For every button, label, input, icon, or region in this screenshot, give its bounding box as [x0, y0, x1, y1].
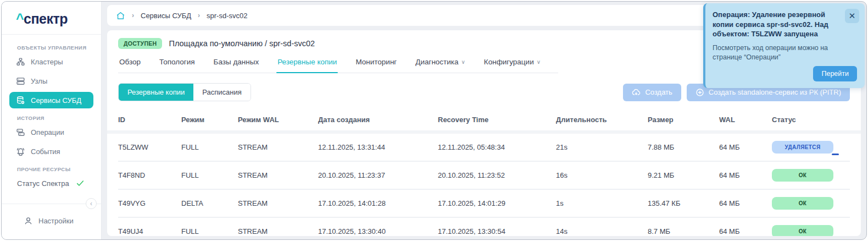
- cell-wal: 64 МБ: [719, 227, 772, 235]
- tab-item[interactable]: Базы данных: [213, 58, 260, 73]
- breadcrumb-item[interactable]: Сервисы СУБД: [141, 12, 191, 20]
- column-header: Размер: [648, 116, 719, 124]
- table-row[interactable]: T5LZWWFULLSTREAM12.11.2025, 13:31:4412.1…: [118, 134, 850, 161]
- logo-wordmark: спектр: [24, 11, 68, 26]
- table-row[interactable]: T4F8NDFULLSTREAM20.10.2025, 11:23:3720.1…: [118, 161, 850, 189]
- cell-size: 135.47 КБ: [648, 199, 719, 207]
- column-header: Длительность: [556, 116, 648, 124]
- cell-mode: FULL: [181, 143, 238, 151]
- breadcrumb-items: ›Сервисы СУБД›spr-sd-svc02: [132, 12, 247, 20]
- cell-duration: 1s: [556, 199, 648, 207]
- logo-caret-icon: ^: [16, 11, 24, 26]
- cell-id: T4F8ND: [118, 171, 181, 179]
- table-row[interactable]: T49VYGDELTASTREAM17.10.2025, 14:01:2817.…: [118, 189, 850, 217]
- sidebar: ^спектр ОБЪЕКТЫ УПРАВЛЕНИЯКластерыУзлыСе…: [2, 2, 102, 239]
- column-header: Режим WAL: [238, 116, 318, 124]
- app-window: ^спектр ОБЪЕКТЫ УПРАВЛЕНИЯКластерыУзлыСе…: [1, 1, 867, 240]
- table-header: IDРежимРежим WALДата созданияRecovery Ti…: [118, 110, 850, 130]
- status-badge: ОК: [772, 169, 833, 182]
- toast-close-button[interactable]: ✕: [845, 9, 859, 23]
- nav-section-label: ПРОЧИЕ РЕСУРСЫ: [17, 166, 91, 172]
- main-area: ›Сервисы СУБД›spr-sd-svc02 ДОСТУПЕН Площ…: [102, 2, 866, 239]
- cell-duration: 21s: [556, 143, 648, 151]
- column-header: Статус: [772, 116, 850, 124]
- cell-duration: 16s: [556, 171, 648, 179]
- close-icon: ✕: [849, 11, 856, 20]
- table-body: T5LZWWFULLSTREAM12.11.2025, 13:31:4412.1…: [118, 134, 850, 236]
- tab-item[interactable]: Топология: [158, 58, 196, 73]
- tab-label: Базы данных: [214, 58, 259, 66]
- sidebar-item[interactable]: Сервисы СУБД: [9, 92, 93, 108]
- cell-wal: 64 МБ: [719, 171, 772, 179]
- cell-wal_mode: STREAM: [238, 227, 318, 235]
- tab-item[interactable]: Конфигурации∨: [483, 58, 542, 73]
- sidebar-item-label: Операции: [31, 128, 64, 136]
- home-icon[interactable]: [116, 11, 125, 20]
- backups-table: IDРежимРежим WALДата созданияRecovery Ti…: [118, 110, 850, 236]
- sidebar-item-label: Статус Спектра: [17, 179, 69, 188]
- cell-id: T5LZWW: [118, 143, 181, 151]
- tab-item[interactable]: Диагностика∨: [414, 58, 466, 73]
- progress-indicator: [832, 154, 839, 156]
- sidebar-collapse-button[interactable]: ‹: [86, 198, 97, 209]
- database-icon: [16, 96, 25, 105]
- cell-created: 12.11.2025, 13:31:44: [318, 143, 438, 151]
- tab-bar: ОбзорТопологияБазы данныхРезервные копии…: [118, 58, 558, 73]
- cell-status: ОК: [772, 197, 850, 210]
- chevron-right-icon: ›: [198, 12, 200, 19]
- sidebar-divider: ‹: [2, 204, 101, 204]
- sidebar-item-label: Кластеры: [31, 58, 63, 66]
- cell-recovery: 20.10.2025, 11:23:52: [438, 171, 556, 179]
- sidebar-footer: Настройки: [2, 204, 101, 239]
- cell-size: 7.88 МБ: [648, 143, 719, 151]
- tab-item[interactable]: Обзор: [118, 58, 142, 73]
- table-row[interactable]: T49UJ4FULLSTREAM17.10.2025, 13:30:4017.1…: [118, 217, 850, 236]
- operation-toast: Операция: Удаление резервной копии серви…: [703, 3, 865, 88]
- tab-label: Конфигурации: [484, 58, 534, 66]
- sidebar-item[interactable]: Операции: [9, 124, 93, 140]
- tab-label: Мониторинг: [355, 58, 397, 66]
- bell-icon: [16, 147, 25, 156]
- cell-recovery: 12.11.2025, 05:48:34: [438, 143, 556, 151]
- column-header: ID: [118, 116, 181, 124]
- cell-wal: 64 МБ: [719, 199, 772, 207]
- cell-id: T49VYG: [118, 199, 181, 207]
- create-backup-button[interactable]: Создать: [623, 84, 681, 101]
- button-label: Создать: [645, 88, 672, 96]
- tab-label: Резервные копии: [277, 58, 337, 66]
- cell-status: УДАЛЯЕТСЯ: [772, 141, 850, 154]
- sidebar-nav: ОБЪЕКТЫ УПРАВЛЕНИЯКластерыУзлыСервисы СУ…: [2, 35, 101, 202]
- cell-mode: FULL: [181, 171, 238, 179]
- status-badge: УДАЛЯЕТСЯ: [772, 141, 833, 154]
- sidebar-item[interactable]: Кластеры: [9, 53, 93, 70]
- breadcrumb-item[interactable]: spr-sd-svc02: [207, 12, 247, 20]
- operations-icon: [16, 128, 25, 137]
- nodes-icon: [16, 76, 25, 86]
- column-header: WAL: [719, 116, 772, 124]
- cell-size: 8.7 МБ: [648, 227, 719, 235]
- cell-size: 9.21 МБ: [648, 171, 719, 179]
- sidebar-item-settings[interactable]: Настройки: [17, 212, 86, 229]
- cell-mode: DELTA: [181, 199, 238, 207]
- subtab-schedules[interactable]: Расписания: [193, 84, 250, 101]
- tab-backups[interactable]: Резервные копии: [276, 58, 338, 73]
- subtab-backups[interactable]: Резервные копии: [119, 84, 193, 101]
- tab-item[interactable]: Мониторинг: [354, 58, 398, 73]
- toast-go-button[interactable]: Перейти: [813, 66, 857, 81]
- cell-created: 17.10.2025, 13:30:40: [318, 227, 438, 235]
- sidebar-item-label: Узлы: [31, 77, 47, 85]
- subtab-toggle: Резервные копииРасписания: [118, 83, 251, 101]
- nav-section-label: ОБЪЕКТЫ УПРАВЛЕНИЯ: [17, 45, 91, 51]
- tab-label: Топология: [159, 58, 195, 66]
- cell-duration: 14s: [556, 227, 648, 235]
- status-badge: ОК: [772, 197, 833, 210]
- cloud-restore-icon: [632, 88, 641, 97]
- chevron-down-icon: ∨: [461, 59, 465, 65]
- sidebar-item[interactable]: Узлы: [9, 73, 93, 89]
- user-icon: [24, 216, 33, 226]
- toast-title: Операция: Удаление резервной копии серви…: [713, 10, 857, 39]
- sidebar-item[interactable]: События: [9, 143, 93, 160]
- chevron-down-icon: ∨: [537, 59, 541, 65]
- sidebar-item-label: Настройки: [38, 217, 74, 225]
- sidebar-item[interactable]: Статус Спектра: [9, 175, 93, 191]
